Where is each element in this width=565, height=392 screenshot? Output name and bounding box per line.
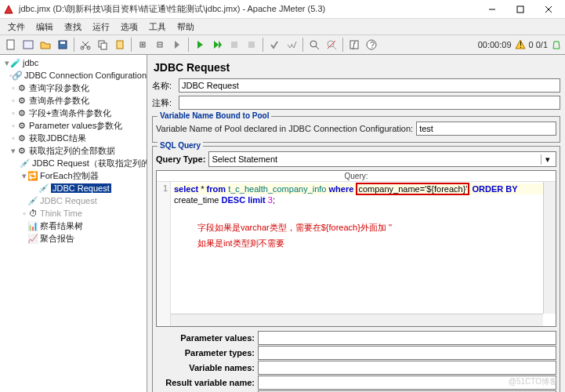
tree-item[interactable]: ◦🔗JDBC Connection Configuration — [0, 69, 147, 82]
line-gutter: 1 — [157, 182, 171, 326]
svg-rect-11 — [101, 43, 107, 49]
templates-icon[interactable] — [20, 37, 36, 53]
minimize-button[interactable] — [479, 2, 505, 17]
stop-icon[interactable] — [226, 37, 242, 53]
tree-item[interactable]: 💉JDBC Request（获取指定列的全部数据） — [0, 157, 147, 169]
gear-icon: ⚙ — [17, 83, 27, 93]
variable-names-input[interactable] — [258, 361, 556, 375]
maximize-button[interactable] — [507, 2, 534, 17]
menu-tools[interactable]: 工具 — [144, 20, 171, 34]
param-label: Variable names: — [156, 363, 258, 372]
code-area[interactable]: select * from t_c_health_company_info wh… — [171, 182, 556, 326]
open-icon[interactable] — [38, 37, 53, 53]
cut-icon[interactable] — [78, 37, 93, 53]
tree-item-selected[interactable]: 💉JDBC Request — [0, 182, 147, 194]
tree-root[interactable]: ▾🧪jdbc — [0, 56, 147, 69]
sql-group: SQL Query Query Type: Select Statement ▾… — [152, 146, 560, 392]
svg-rect-7 — [60, 42, 65, 44]
shutdown-icon[interactable] — [244, 37, 259, 53]
copy-icon[interactable] — [95, 37, 110, 53]
tree-item[interactable]: ◦⚙查询字段参数化 — [0, 82, 147, 94]
tree-item[interactable]: ◦⚙字段+查询条件参数化 — [0, 107, 147, 119]
gear-icon: ⚙ — [17, 133, 27, 143]
function-helper-icon[interactable]: ƒ — [346, 37, 362, 53]
tree-item[interactable]: ◦⚙查询条件参数化 — [0, 94, 147, 107]
name-input[interactable] — [179, 78, 560, 93]
tree-item[interactable]: 📈聚合报告 — [0, 232, 147, 245]
help-icon[interactable]: ? — [364, 37, 379, 53]
close-button[interactable] — [535, 2, 562, 17]
comment-input[interactable] — [179, 96, 560, 110]
comment-label: 注释: — [152, 97, 179, 109]
menu-options[interactable]: 选项 — [116, 20, 143, 34]
gear-icon: ⚙ — [17, 146, 27, 155]
menu-edit[interactable]: 编辑 — [31, 20, 58, 34]
svg-point-20 — [310, 41, 317, 47]
name-label: 名称: — [152, 80, 179, 92]
reset-search-icon[interactable] — [324, 37, 339, 53]
clear-icon[interactable] — [266, 37, 282, 53]
sql-legend: SQL Query — [158, 141, 203, 150]
menu-search[interactable]: 查找 — [60, 20, 86, 34]
svg-line-23 — [333, 46, 336, 49]
parameters: Parameter values: Parameter types: Varia… — [156, 330, 556, 392]
editor-panel: JDBC Request 名称: 注释: Variable Name Bound… — [147, 55, 565, 392]
menu-help[interactable]: 帮助 — [172, 20, 199, 34]
toolbar-status: 00:00:09 ! 0 0/1 — [478, 39, 562, 50]
tree-item[interactable]: ◦⚙获取JDBC结果 — [0, 132, 147, 144]
gc-icon[interactable] — [551, 39, 562, 50]
menu-bar: 文件 编辑 查找 运行 选项 工具 帮助 — [0, 19, 565, 34]
thread-counts: 0 0/1 — [529, 40, 548, 49]
svg-rect-5 — [24, 41, 33, 49]
watermark: @51CTO博客 — [509, 376, 557, 387]
tree-item[interactable]: 📊察看结果树 — [0, 220, 147, 232]
tree-item[interactable]: ◦⚙Parameter values参数化 — [0, 119, 147, 132]
sql-editor[interactable]: Query: 1 select * from t_c_health_compan… — [156, 170, 556, 327]
pipette-icon: 💉 — [20, 158, 30, 168]
window-title: jdbc.jmx (D:\朗新科技\项目资料\错证通\性能测试\jdbc.jmx… — [19, 3, 479, 15]
svg-text:ƒ: ƒ — [352, 40, 357, 49]
query-type-select[interactable]: Select Statement ▾ — [208, 151, 556, 167]
svg-rect-19 — [248, 42, 255, 48]
param-types-input[interactable] — [258, 346, 556, 360]
search-icon[interactable] — [306, 37, 322, 53]
svg-point-22 — [328, 41, 334, 47]
horizontal-scrollbar[interactable] — [171, 314, 543, 326]
start-icon[interactable] — [192, 37, 208, 53]
test-plan-tree[interactable]: ▾🧪jdbc ◦🔗JDBC Connection Configuration ◦… — [0, 55, 147, 392]
editor-header: Query: — [157, 171, 556, 182]
save-icon[interactable] — [55, 37, 71, 53]
expand-icon[interactable] — [135, 37, 150, 53]
pool-input[interactable] — [416, 122, 556, 136]
gear-icon: ⚙ — [17, 121, 27, 130]
param-label: Parameter types: — [156, 348, 258, 358]
annotation-text: 字段如果是varchar类型，需要在${foreach}外面加 '' 如果是in… — [174, 220, 552, 251]
tree-item-disabled[interactable]: 💉JDBC Request — [0, 194, 147, 207]
clear-all-icon[interactable] — [284, 37, 299, 53]
tree-item[interactable]: ▾🔁ForEach控制器 — [0, 169, 147, 182]
query-type-value: Select Statement — [212, 154, 277, 164]
tree-item-disabled[interactable]: ◦⏱Think Time — [0, 207, 147, 220]
svg-text:!: ! — [520, 40, 522, 49]
chevron-down-icon: ▾ — [541, 154, 553, 165]
loop-icon: 🔁 — [28, 171, 38, 180]
svg-rect-18 — [231, 42, 237, 48]
start-no-pause-icon[interactable] — [209, 37, 225, 53]
warning-icon[interactable]: ! — [515, 39, 526, 50]
toolbar: ƒ ? 00:00:09 ! 0 0/1 — [0, 34, 565, 55]
menu-file[interactable]: 文件 — [3, 20, 30, 34]
toggle-icon[interactable] — [169, 37, 185, 53]
svg-rect-4 — [7, 40, 14, 49]
query-type-label: Query Type: — [156, 154, 208, 164]
pipette-icon: 💉 — [39, 183, 49, 193]
collapse-icon[interactable] — [152, 37, 168, 53]
paste-icon[interactable] — [112, 37, 128, 53]
vertical-scrollbar[interactable] — [543, 182, 556, 314]
pipette-icon: 💉 — [28, 196, 38, 205]
param-values-input[interactable] — [258, 331, 556, 345]
report-icon: 📈 — [28, 234, 38, 243]
flask-icon: 🧪 — [11, 58, 20, 67]
new-icon[interactable] — [3, 37, 19, 53]
tree-item[interactable]: ▾⚙获取指定列的全部数据 — [0, 144, 147, 157]
menu-run[interactable]: 运行 — [88, 20, 114, 34]
